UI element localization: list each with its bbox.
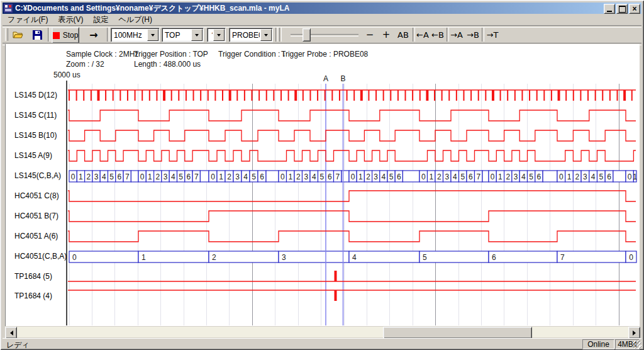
maximize-button[interactable]	[616, 4, 628, 14]
trigger-probe-combo[interactable]: PROBE00	[229, 28, 273, 42]
ab-label: AB	[397, 30, 409, 40]
status-online-badge: Online	[582, 339, 614, 349]
maximize-icon	[619, 6, 626, 13]
menu-view[interactable]: 表示(V)	[53, 14, 88, 26]
stop-button[interactable]: Stop	[52, 27, 79, 43]
channel-label: HC4051 A(6)	[14, 232, 58, 240]
close-button[interactable]: ×	[629, 4, 640, 14]
trigger-condition-info: Trigger Condition : ↓	[218, 50, 286, 59]
channel-label: HC4051 B(7)	[14, 212, 58, 220]
save-button[interactable]	[29, 27, 45, 42]
channel-label: LS145 D(12)	[14, 91, 57, 99]
app-icon	[4, 4, 13, 13]
to-trigger-icon: →T	[487, 30, 499, 40]
goto-cursor-b-left-button[interactable]: ←B	[430, 27, 445, 42]
dropdown-button[interactable]	[213, 29, 225, 41]
label-trace-divider	[66, 81, 67, 325]
save-floppy-icon	[33, 30, 42, 40]
menu-settings[interactable]: 設定	[88, 14, 113, 26]
channel-label: TP1684 (4)	[14, 291, 52, 300]
left-a-icon: ←A	[416, 30, 429, 40]
sample-clock-combo[interactable]: 100MHz	[111, 28, 160, 42]
chevron-down-icon	[195, 34, 199, 38]
goto-cursor-b-right-button[interactable]: →B	[465, 27, 480, 42]
channel-label: LS145(C,B,A)	[14, 171, 61, 180]
open-file-button[interactable]	[10, 27, 26, 42]
scroll-left-button[interactable]	[5, 327, 17, 339]
goto-trigger-button[interactable]: →T	[484, 27, 501, 42]
stop-icon	[53, 32, 60, 39]
left-b-icon: ←B	[431, 30, 444, 40]
trigger-position-combo[interactable]: TOP	[162, 28, 204, 42]
status-bar: レディ Online 4MBit	[3, 338, 641, 349]
menu-file[interactable]: ファイル(F)	[3, 14, 53, 26]
toolbar-separator	[275, 28, 278, 42]
app-window: C:¥Documents and Settings¥noname¥デスクトップ¥…	[0, 0, 644, 350]
ab-cursors-button[interactable]: AB	[395, 27, 411, 42]
plus-icon: +	[382, 29, 391, 40]
toolbar-separator	[107, 28, 109, 42]
menu-bar: ファイル(F) 表示(V) 設定 ヘルプ(H)	[3, 14, 641, 25]
trigger-probe-info: Trigger Probe : PROBE08	[281, 50, 368, 59]
arrow-right-icon	[633, 330, 638, 336]
trigger-edge-value: ↑	[208, 30, 213, 40]
channel-label: LS145 C(11)	[14, 111, 57, 120]
dropdown-button[interactable]	[191, 29, 203, 41]
trigger-probe-value: PROBE00	[230, 31, 260, 40]
status-ready-text: レディ	[6, 340, 30, 350]
waveform-view	[5, 44, 640, 326]
window-title: C:¥Documents and Settings¥noname¥デスクトップ¥…	[15, 3, 289, 14]
scroll-right-button[interactable]	[628, 327, 640, 339]
horizontal-scrollbar[interactable]	[5, 327, 639, 337]
goto-cursor-a-right-button[interactable]: →A	[449, 27, 464, 42]
dropdown-button[interactable]	[260, 29, 272, 41]
zoom-in-button[interactable]: +	[379, 27, 393, 42]
minimize-icon	[607, 11, 612, 12]
chevron-down-icon	[217, 34, 221, 38]
right-a-icon: →A	[450, 30, 463, 40]
channel-label: LS145 A(9)	[14, 151, 52, 160]
chevron-down-icon	[264, 34, 268, 38]
trigger-edge-combo[interactable]: ↑	[207, 28, 226, 42]
channel-label: LS145 B(10)	[14, 131, 57, 140]
sample-clock-value: 100MHz	[111, 31, 147, 40]
zoom-info: Zoom : / 32	[66, 60, 104, 69]
time-axis-label: 5000 us	[53, 71, 80, 79]
resize-grip[interactable]	[633, 341, 641, 349]
stop-label: Stop	[63, 31, 79, 40]
scrollbar-thumb[interactable]	[383, 327, 532, 339]
zoom-out-button[interactable]: −	[363, 27, 377, 42]
channel-label: HC4051(C,B,A)	[14, 252, 67, 261]
dropdown-button[interactable]	[147, 29, 158, 41]
channel-label: TP1684 (5)	[14, 272, 52, 281]
right-b-icon: →B	[467, 30, 479, 40]
toolbar-separator	[48, 28, 50, 42]
toolbar: Stop → 100MHz TOP ↑ PROBE00 − + AB ←A	[3, 26, 641, 43]
menu-help[interactable]: ヘルプ(H)	[113, 14, 157, 26]
close-icon: ×	[632, 6, 636, 12]
minus-icon: −	[366, 29, 374, 40]
sample-clock-info: Sample Clock : 2MHz	[66, 50, 138, 59]
toolbar-separator	[279, 28, 282, 42]
goto-cursor-a-left-button[interactable]: ←A	[415, 27, 430, 42]
open-folder-icon	[13, 30, 24, 39]
run-button[interactable]: →	[84, 27, 103, 42]
arrow-left-icon	[8, 330, 13, 336]
zoom-slider-thumb[interactable]	[303, 28, 311, 42]
toolbar-gripper[interactable]	[5, 28, 8, 41]
minimize-button[interactable]	[604, 4, 615, 14]
channel-label: HC4051 C(8)	[14, 191, 59, 200]
trigger-position-info: Trigger Position : TOP	[134, 50, 208, 59]
run-arrow-icon: →	[89, 29, 97, 41]
length-info: Length : 488.000 us	[134, 60, 201, 69]
chevron-down-icon	[151, 34, 155, 38]
trigger-position-value: TOP	[162, 31, 191, 40]
zoom-slider-track[interactable]	[291, 34, 358, 37]
title-bar[interactable]: C:¥Documents and Settings¥noname¥デスクトップ¥…	[3, 3, 641, 14]
